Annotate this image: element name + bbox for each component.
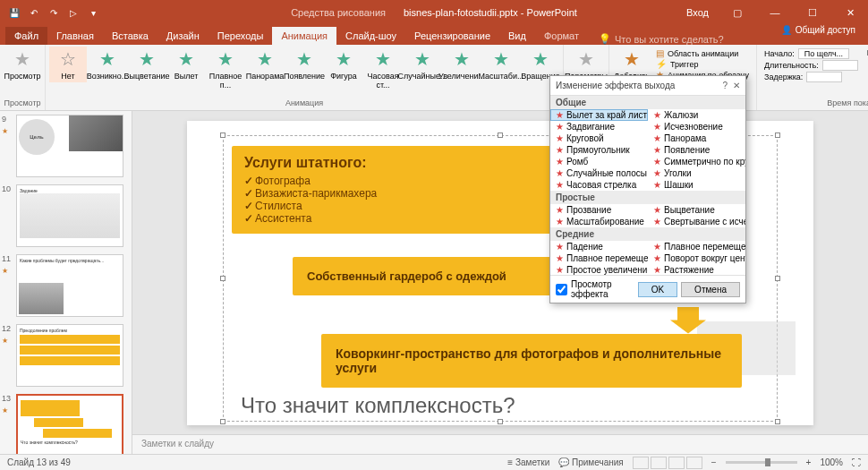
zoom-slider[interactable] [726,461,797,464]
list-item: ✓Ассистента [244,212,541,225]
tab-design[interactable]: Дизайн [157,27,208,45]
notes-pane[interactable]: Заметки к слайду [132,434,868,454]
effect-item[interactable]: ★Прямоугольник [550,144,648,156]
start-dropdown[interactable]: Начало: По щелч... [764,48,858,59]
effect-item[interactable]: ★Поворот вокруг центра [648,252,745,264]
slide-thumb-11[interactable]: Какие проблемы будет предотвращать... [16,254,123,317]
tab-review[interactable]: Рецензирование [405,27,499,45]
slide-thumb-12[interactable]: Преодоление проблем [16,324,123,387]
effect-item[interactable]: ★Плавное перемещение вверх [648,241,745,252]
slide-question-text[interactable]: Что значит комплексность? [241,393,515,418]
duration-input[interactable]: Длительность: [764,60,858,71]
effect-item[interactable]: ★Жалюзи [648,109,745,121]
slide-thumb-13[interactable]: Что значит комплексность? [16,394,123,454]
ribbon-options-icon[interactable]: ▢ [719,0,755,25]
animation-gallery-item[interactable]: ★Возникно... [89,47,126,82]
cancel-button[interactable]: Отмена [681,282,740,297]
redo-icon[interactable]: ↷ [47,5,61,20]
exit-effect-icon: ★ [556,145,564,155]
dialog-close-icon[interactable]: ✕ [733,81,740,90]
effect-item[interactable]: ★Случайные полосы [550,167,648,179]
animation-gallery-item[interactable]: ★Фигура [325,47,362,82]
animation-pane-button[interactable]: ▤Область анимации [656,48,749,58]
slide-counter[interactable]: Слайд 13 из 49 [7,457,71,467]
sorter-view-icon[interactable] [651,457,667,469]
qat-customize-icon[interactable]: ▾ [86,5,100,20]
effect-item[interactable]: ★Задвигание [550,121,648,132]
animation-gallery-item[interactable]: ★Панорама [246,47,284,82]
effect-item[interactable]: ★Масштабирование [550,216,648,227]
star-icon: ★ [454,48,470,70]
tab-home[interactable]: Главная [47,27,103,45]
save-icon[interactable]: 💾 [7,5,21,20]
thumb-number: 12 [2,324,11,333]
effect-item[interactable]: ★Выцветание [648,204,745,216]
trigger-button[interactable]: ⚡Триггер [656,59,749,69]
effect-item[interactable]: ★Свертывание с исчезновением [648,216,745,227]
undo-icon[interactable]: ↶ [27,5,41,20]
share-button[interactable]: 👤Общий доступ [772,25,864,35]
content-box-services[interactable]: Услуги штатного: ✓Фотографа✓Визажиста-па… [232,146,554,234]
animation-gallery-item[interactable]: ★Плавное п... [207,47,244,91]
effect-item[interactable]: ★Плавное перемещение вниз [550,252,648,264]
effect-item[interactable]: ★Появление [648,144,745,156]
tab-slideshow[interactable]: Слайд-шоу [336,27,405,45]
effect-item[interactable]: ★Исчезновение [648,121,745,132]
comments-toggle[interactable]: 💬 Примечания [558,457,624,467]
animation-gallery-item[interactable]: ★Выцветание [128,47,166,82]
effect-item[interactable]: ★Симметрично по кругу [648,156,745,167]
effect-item[interactable]: ★Падение [550,241,648,252]
delay-input[interactable]: Задержка: [764,72,858,82]
normal-view-icon[interactable] [633,457,649,469]
star-icon: ★ [99,48,115,70]
tab-view[interactable]: Вид [499,27,535,45]
reading-view-icon[interactable] [668,457,685,469]
animation-gallery-item[interactable]: ★Вылет [167,47,205,82]
slide-thumb-9[interactable]: Цель [16,115,123,177]
effect-item[interactable]: ★Круговой [550,132,648,144]
tell-me-search[interactable]: 💡Что вы хотите сделать? [599,33,724,45]
zoom-out-icon[interactable]: − [711,457,717,467]
effect-item[interactable]: ★Уголки [648,167,745,179]
zoom-level[interactable]: 100% [820,457,843,467]
slideshow-view-icon[interactable] [686,457,702,469]
sign-in-button[interactable]: Вход [677,7,718,18]
effect-item[interactable]: ★Простое увеличение [550,264,648,275]
fit-to-window-icon[interactable]: ⛶ [852,457,861,467]
effect-item[interactable]: ★Вылет за край листа [550,109,648,121]
ok-button[interactable]: OK [638,282,677,297]
dialog-help-icon[interactable]: ? [722,81,728,90]
animation-gallery-item[interactable]: ★Увеличени... [443,47,481,82]
slide-thumb-10[interactable]: Задание [16,184,123,247]
exit-effect-icon: ★ [556,180,564,190]
effect-item[interactable]: ★Ромб [550,156,648,167]
notes-toggle[interactable]: ≡ Заметки [507,457,549,467]
animation-gallery-item[interactable]: ★Появление [285,47,323,82]
animation-gallery-item[interactable]: ★Случайные... [404,47,441,82]
preview-effect-checkbox[interactable]: Просмотр эффекта [556,279,638,299]
tab-insert[interactable]: Вставка [103,27,157,45]
group-label-animation: Анимация [49,98,559,108]
tab-file[interactable]: Файл [5,27,47,45]
effect-item[interactable]: ★Прозвание [550,204,648,216]
tab-transitions[interactable]: Переходы [208,27,273,45]
tab-animations[interactable]: Анимация [272,27,336,45]
effect-item[interactable]: ★Растяжение [648,264,745,275]
list-item: ✓Визажиста-парикмахера [244,187,541,200]
effect-item[interactable]: ★Панорама [648,132,745,144]
effect-item[interactable]: ★Шашки [648,179,745,191]
animation-gallery-item[interactable]: ★Часовая ст... [364,47,402,91]
effect-list[interactable]: Общие ★Вылет за край листа★Жалюзи★Задвиг… [550,96,745,275]
close-button[interactable]: ✕ [832,0,868,25]
slide-thumbnails-panel[interactable]: 9★ Цель 10 Задание 11★ Какие проблемы бу… [0,111,132,454]
start-slideshow-icon[interactable]: ▷ [66,5,81,20]
tab-format[interactable]: Формат [535,27,588,45]
content-box-coworking[interactable]: Коворкинг-пространство для фотографов и … [321,334,742,388]
effect-item[interactable]: ★Часовая стрелка [550,179,648,191]
maximize-button[interactable]: ☐ [795,0,830,25]
minimize-button[interactable]: — [757,0,793,25]
preview-button[interactable]: ★ Просмотр [4,47,41,82]
animation-gallery-item[interactable]: ★Масштаби... [482,47,520,82]
animation-none[interactable]: ☆ Нет [49,47,87,82]
zoom-in-icon[interactable]: + [806,457,812,467]
